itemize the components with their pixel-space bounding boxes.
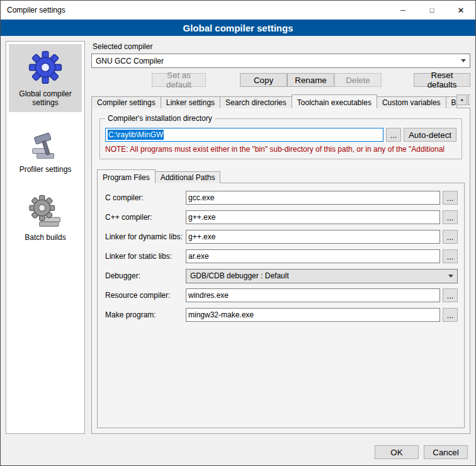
field-label: C compiler: (105, 193, 186, 202)
tab-linker-settings[interactable]: Linker settings (161, 96, 220, 108)
selected-compiler-label: Selected compiler (93, 42, 470, 51)
tab-additional-paths[interactable]: Additional Paths (155, 171, 221, 183)
dialog-content: Global compiler settings Profiler settin… (1, 36, 475, 439)
tab-scroll-right-icon[interactable]: ► (468, 94, 470, 105)
bin-subdirectory-note: NOTE: All programs must exist either in … (105, 145, 456, 154)
title-bar: Compiler settings ─ □ ✕ (1, 1, 475, 20)
tab-search-directories[interactable]: Search directories (220, 96, 292, 108)
field-label: Resource compiler: (105, 291, 186, 300)
program-files-page: C compiler: gcc.exe ... C++ compiler: g+… (97, 183, 465, 428)
dialog-footer: OK Cancel (1, 439, 475, 465)
make-program-value: mingw32-make.exe (188, 310, 254, 319)
linker-static-input[interactable]: ar.exe (186, 249, 440, 263)
linker-dynamic-browse-button[interactable]: ... (443, 230, 458, 244)
page-title: Global compiler settings (1, 20, 475, 36)
installation-directory-group: Compiler's installation directory C:\ray… (99, 118, 462, 159)
field-label: Linker for dynamic libs: (105, 232, 186, 241)
debugger-select-value: GDB/CDB debugger : Default (190, 271, 445, 280)
tab-scroll-buttons: ◄ ► (456, 94, 470, 105)
field-row-resource-compiler: Resource compiler: windres.exe ... (105, 288, 458, 302)
install-dir-browse-button[interactable]: ... (386, 128, 401, 142)
field-row-linker-dynamic: Linker for dynamic libs: g++.exe ... (105, 230, 458, 244)
compiler-tabs: Compiler settings Linker settings Search… (91, 94, 470, 108)
sidebar-item-batch-builds[interactable]: Batch builds (9, 189, 82, 247)
auto-detect-button[interactable]: Auto-detect (404, 128, 456, 142)
settings-sidebar: Global compiler settings Profiler settin… (6, 41, 85, 434)
make-program-browse-button[interactable]: ... (443, 308, 458, 322)
resource-compiler-input[interactable]: windres.exe (186, 288, 440, 302)
rename-button[interactable]: Rename (287, 73, 334, 87)
program-tabs: Program Files Additional Paths (97, 169, 465, 183)
minimize-icon[interactable]: ─ (388, 1, 417, 20)
maximize-icon[interactable]: □ (417, 1, 446, 20)
chevron-down-icon (461, 59, 466, 62)
compiler-select[interactable]: GNU GCC Compiler (91, 54, 470, 68)
ok-button[interactable]: OK (375, 445, 419, 459)
field-row-c-compiler: C compiler: gcc.exe ... (105, 191, 458, 205)
window-controls: ─ □ ✕ (388, 1, 475, 20)
compiler-settings-window: Compiler settings ─ □ ✕ Global compiler … (0, 0, 476, 466)
sidebar-item-label: Global compiler settings (10, 89, 81, 107)
chevron-down-icon (448, 275, 453, 278)
field-row-debugger: Debugger: GDB/CDB debugger : Default (105, 269, 458, 283)
install-dir-input[interactable]: C:\raylib\MinGW (105, 128, 383, 142)
linker-dynamic-value: g++.exe (188, 232, 215, 241)
field-label: Debugger: (105, 271, 186, 280)
field-row-linker-static: Linker for static libs: ar.exe ... (105, 249, 458, 263)
sidebar-item-label: Batch builds (25, 233, 65, 242)
set-as-default-button[interactable]: Set as default (152, 73, 206, 87)
linker-static-browse-button[interactable]: ... (443, 249, 458, 263)
field-label: Make program: (105, 310, 186, 319)
installation-directory-row: C:\raylib\MinGW ... Auto-detect (105, 128, 456, 142)
tab-build-options[interactable]: Buil (446, 96, 457, 108)
gray-gear-icon (28, 194, 63, 229)
make-program-input[interactable]: mingw32-make.exe (186, 308, 440, 322)
profiler-tool-icon (28, 127, 62, 161)
reset-defaults-button[interactable]: Reset defaults (414, 73, 470, 87)
compiler-select-value: GNU GCC Compiler (96, 57, 457, 65)
copy-button[interactable]: Copy (240, 73, 287, 87)
window-title: Compiler settings (1, 6, 65, 14)
installation-directory-group-title: Compiler's installation directory (105, 114, 215, 123)
delete-button[interactable]: Delete (334, 73, 382, 87)
tab-toolchain-executables[interactable]: Toolchain executables (292, 94, 377, 108)
install-dir-value: C:\raylib\MinGW (108, 130, 164, 140)
cpp-compiler-input[interactable]: g++.exe (186, 210, 440, 224)
tab-custom-variables[interactable]: Custom variables (377, 96, 446, 108)
field-row-cpp-compiler: C++ compiler: g++.exe ... (105, 210, 458, 224)
cpp-compiler-browse-button[interactable]: ... (443, 210, 458, 224)
field-label: C++ compiler: (105, 213, 186, 222)
tab-program-files[interactable]: Program Files (97, 169, 156, 183)
resource-compiler-browse-button[interactable]: ... (443, 288, 458, 302)
main-panel: Selected compiler GNU GCC Compiler Set a… (91, 41, 470, 434)
debugger-select[interactable]: GDB/CDB debugger : Default (186, 269, 458, 283)
c-compiler-value: gcc.exe (188, 193, 214, 202)
c-compiler-browse-button[interactable]: ... (443, 191, 458, 205)
c-compiler-input[interactable]: gcc.exe (186, 191, 440, 205)
sidebar-item-label: Profiler settings (20, 165, 72, 174)
sidebar-item-global-compiler-settings[interactable]: Global compiler settings (9, 44, 82, 112)
cpp-compiler-value: g++.exe (188, 213, 215, 222)
resource-compiler-value: windres.exe (188, 291, 229, 300)
linker-static-value: ar.exe (188, 252, 209, 261)
cancel-button[interactable]: Cancel (424, 445, 468, 459)
field-row-make-program: Make program: mingw32-make.exe ... (105, 308, 458, 322)
linker-dynamic-input[interactable]: g++.exe (186, 230, 440, 244)
tab-scroll-left-icon[interactable]: ◄ (456, 94, 467, 105)
field-label: Linker for static libs: (105, 252, 186, 261)
tab-compiler-settings[interactable]: Compiler settings (91, 96, 161, 108)
blue-gear-icon (27, 49, 64, 86)
compiler-actions: Set as default Copy Rename Delete Reset … (91, 73, 470, 87)
sidebar-item-profiler-settings[interactable]: Profiler settings (9, 122, 82, 179)
close-icon[interactable]: ✕ (446, 1, 475, 20)
toolchain-executables-page: Compiler's installation directory C:\ray… (91, 108, 470, 434)
